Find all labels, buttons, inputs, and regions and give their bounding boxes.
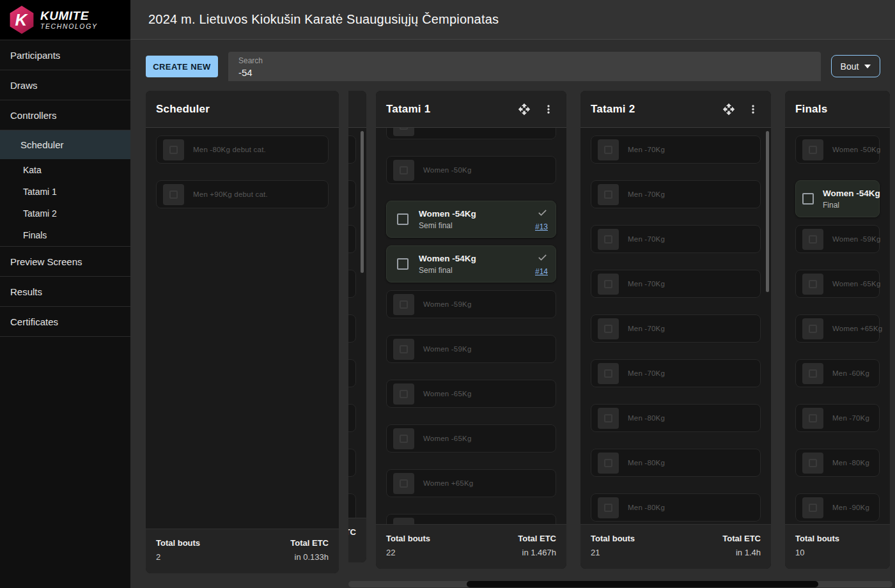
bout-card-dimmed[interactable] [348, 404, 356, 432]
sidebar-item-controllers[interactable]: Controllers [0, 100, 130, 130]
move-column-icon[interactable] [721, 102, 736, 117]
bout-card-dimmed[interactable] [386, 514, 556, 524]
category-thumb-icon [393, 428, 414, 449]
bout-category: Women -59Kg [423, 300, 472, 308]
total-etc: Total ETCin 1.467h [518, 534, 556, 569]
bout-card-dimmed[interactable] [348, 225, 356, 253]
bout-card-dimmed[interactable]: Men -60Kg [795, 359, 880, 387]
clipped-column-viewport: Total ETC [348, 91, 366, 562]
create-new-button[interactable]: CREATE NEW [146, 56, 218, 77]
sidebar-item-draws[interactable]: Draws [0, 70, 130, 100]
sidebar-item-finals[interactable]: Finals [0, 224, 130, 246]
horizontal-scrollbar-thumb[interactable] [467, 581, 818, 587]
bout-category: Men -80Kg [832, 459, 869, 467]
bout-card-dimmed[interactable] [348, 180, 356, 208]
column-footer-tatami1: Total bouts22Total ETCin 1.467h [376, 524, 566, 569]
total-bouts-value: 21 [591, 548, 635, 557]
bout-card-dimmed[interactable]: Women -59Kg [795, 225, 880, 253]
bout-card-dimmed[interactable] [348, 314, 356, 343]
bout-number-link[interactable]: #14 [535, 267, 548, 276]
bout-card-dimmed[interactable]: Men -70Kg [591, 359, 761, 387]
column-tatami2: Tatami 2Men -70KgMen -70KgMen -70KgMen -… [580, 91, 771, 569]
bout-card-text: Women -54KgFinal [823, 189, 874, 210]
sidebar-item-preview-screens[interactable]: Preview Screens [0, 247, 130, 276]
bout-card-dimmed[interactable]: Men -80Kg [591, 404, 761, 432]
sidebar-item-tatami-2[interactable]: Tatami 2 [0, 203, 130, 224]
bout-category: Men -60Kg [832, 369, 869, 377]
category-thumb-icon [598, 318, 619, 339]
sidebar-item-participants[interactable]: Participants [0, 40, 130, 70]
bout-filter-dropdown[interactable]: Bout [831, 55, 880, 77]
card-list: Men -70KgMen -70KgMen -70KgMen -70KgMen … [591, 135, 761, 522]
bout-card-dimmed[interactable]: Women -65Kg [386, 424, 556, 453]
bout-card-dimmed[interactable]: Men -70Kg [795, 404, 880, 432]
category-thumb-icon [598, 363, 619, 384]
bout-card-dimmed[interactable] [386, 128, 556, 139]
bout-card-dimmed[interactable] [348, 270, 356, 298]
column-footer-clipped: Total ETC [348, 518, 366, 562]
category-thumb-icon [393, 160, 414, 181]
category-thumb-icon [802, 229, 823, 250]
bout-card-active[interactable]: Women -54KgSemi final#13 [386, 201, 556, 238]
bout-card-active[interactable]: Women -54KgSemi final#14 [386, 245, 556, 282]
total-etc: Total ETCin 0.133h [290, 538, 329, 573]
bout-card-dimmed[interactable]: Men -80Kg [795, 449, 880, 477]
move-column-icon[interactable] [517, 102, 532, 117]
bout-card-dimmed[interactable]: Women -59Kg [386, 290, 556, 318]
bout-category: Women -59Kg [832, 235, 881, 243]
category-thumb-icon [598, 453, 619, 474]
bout-card-dimmed[interactable]: Women -50Kg [386, 156, 556, 184]
bout-card-dimmed[interactable] [348, 359, 356, 387]
total-etc-value: in 1.467h [518, 548, 556, 557]
bout-card-dimmed[interactable]: Women -59Kg [386, 335, 556, 363]
bout-card-dimmed[interactable]: Men +90Kg debut cat. [156, 180, 329, 208]
bout-card-dimmed[interactable] [348, 449, 356, 477]
bout-card-dimmed[interactable]: Women +65Kg [795, 314, 880, 343]
horizontal-scrollbar-track[interactable] [348, 581, 892, 587]
bout-card-dimmed[interactable]: Men -80Kg [591, 449, 761, 477]
kebab-menu-icon[interactable] [745, 102, 761, 117]
bout-card-dimmed[interactable]: Women -50Kg [795, 135, 880, 164]
total-bouts-label: Total bouts [386, 534, 430, 543]
card-list: Men -80Kg debut cat.Men +90Kg debut cat. [156, 135, 329, 208]
bout-checkbox[interactable] [397, 213, 409, 225]
bout-card-dimmed[interactable]: Women -65Kg [386, 380, 556, 408]
column-footer-tatami2: Total bouts21Total ETCin 1.4h [580, 524, 771, 569]
bout-card-dimmed[interactable]: Men -70Kg [591, 314, 761, 343]
bout-card-dimmed[interactable]: Men -70Kg [591, 225, 761, 253]
bout-card-active[interactable]: Women -54KgFinal [795, 180, 880, 217]
bout-card-dimmed[interactable]: Women +65Kg [386, 469, 556, 497]
bout-card-dimmed[interactable]: Men -70Kg [591, 180, 761, 208]
column-title: Tatami 1 [386, 103, 517, 116]
bout-card-dimmed[interactable] [348, 493, 356, 518]
search-input[interactable]: Search -54 [228, 52, 821, 81]
bout-checkbox[interactable] [802, 193, 814, 205]
vertical-scrollbar-thumb[interactable] [361, 131, 364, 273]
sidebar-item-certificates[interactable]: Certificates [0, 307, 130, 336]
kumite-hexagon-logo-icon: K [9, 6, 35, 34]
bout-card-dimmed[interactable]: Men -80Kg [591, 493, 761, 522]
total-etc-value: in 1.4h [722, 548, 761, 557]
bout-round: Semi final [419, 221, 535, 230]
category-thumb-icon [393, 128, 414, 136]
bout-number-link[interactable]: #13 [535, 222, 548, 231]
bout-card-dimmed[interactable]: Men -70Kg [591, 270, 761, 298]
sidebar-item-scheduler[interactable]: Scheduler [0, 130, 130, 159]
bout-category: Men -70Kg [628, 190, 665, 198]
sidebar-item-kata[interactable]: Kata [0, 159, 130, 181]
bout-card-dimmed[interactable]: Men -70Kg [591, 135, 761, 164]
bout-checkbox[interactable] [397, 258, 409, 270]
sidebar-item-results[interactable]: Results [0, 277, 130, 306]
bout-category: Men -80Kg [628, 459, 665, 467]
vertical-scrollbar-thumb[interactable] [766, 131, 769, 292]
bout-category: Women -65Kg [423, 435, 472, 442]
sidebar-item-tatami-1[interactable]: Tatami 1 [0, 181, 130, 203]
bout-card-dimmed[interactable] [348, 135, 356, 164]
kebab-menu-icon[interactable] [541, 102, 556, 117]
bout-card-dimmed[interactable]: Men -90Kg [795, 493, 880, 522]
column-finals: FinalsWomen -50KgWomen -54KgFinalWomen -… [785, 91, 890, 569]
bout-card-dimmed[interactable]: Men -80Kg debut cat. [156, 135, 329, 164]
bout-category: Men -70Kg [628, 235, 665, 243]
bout-category: Women -54Kg [823, 189, 874, 198]
bout-card-dimmed[interactable]: Women -65Kg [795, 270, 880, 298]
